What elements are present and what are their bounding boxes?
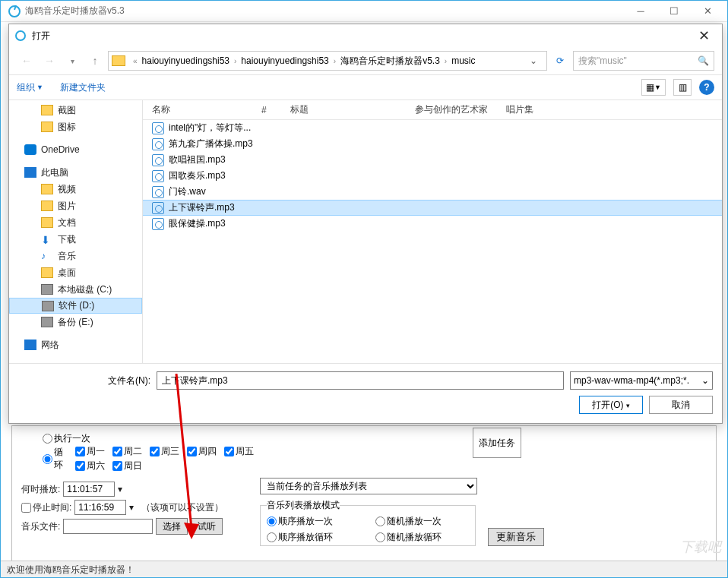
window-controls: ─ ☐ ✕	[624, 2, 724, 21]
tree-item[interactable]: 软件 (D:)	[9, 298, 142, 314]
file-row[interactable]: 门铃.wav	[143, 184, 722, 200]
tree-item[interactable]: 桌面	[9, 264, 142, 281]
weekday-check[interactable]: 周四	[187, 445, 217, 458]
tree-item[interactable]: OneDrive	[9, 141, 142, 158]
filename-input[interactable]	[157, 371, 564, 390]
audio-file-icon	[152, 122, 164, 134]
weekday-check[interactable]: 周五	[224, 445, 254, 458]
select-button[interactable]: 选择	[156, 518, 188, 535]
exec-once-radio[interactable]: 执行一次	[43, 432, 90, 445]
tree-item[interactable]: 截图	[9, 102, 142, 118]
app-icon	[8, 5, 21, 17]
file-row[interactable]: intel的"灯，等灯等...	[143, 120, 722, 136]
play-time-input[interactable]	[63, 482, 115, 497]
col-artist[interactable]: 参与创作的艺术家	[415, 103, 506, 116]
weekday-check[interactable]: 周六	[75, 460, 105, 472]
update-music-button[interactable]: 更新音乐	[488, 528, 544, 546]
folder-icon	[112, 55, 125, 66]
organize-menu[interactable]: 组织 ▼	[17, 81, 43, 94]
watermark: 下载吧	[680, 538, 721, 556]
audio-file-icon	[152, 218, 164, 230]
tree-item[interactable]: 此电脑	[9, 164, 142, 181]
playmode-legend: 音乐列表播放模式	[267, 499, 340, 512]
dialog-sidebar: 截图图标OneDrive此电脑视频图片文档⬇下载♪音乐桌面本地磁盘 (C:)软件…	[9, 100, 143, 363]
refresh-button[interactable]: ⟳	[550, 51, 570, 71]
task-settings-panel: 执行一次 循环 周一周二周三周四周五周六周日 何时播放: ▾ 停止时间: ▾ （…	[11, 425, 717, 561]
minimize-button[interactable]: ─	[624, 2, 657, 21]
col-album[interactable]: 唱片集	[506, 103, 713, 116]
rand-loop-radio[interactable]: 随机播放循环	[375, 531, 469, 544]
weekday-check[interactable]: 周三	[150, 445, 179, 458]
file-row[interactable]: 上下课铃声.mp3	[143, 200, 722, 216]
tree-item[interactable]: 视频	[9, 181, 142, 197]
nav-back-button[interactable]: ←	[17, 51, 36, 71]
preview-pane-button[interactable]: ▥	[673, 79, 692, 96]
audio-file-icon	[152, 154, 164, 166]
view-mode-button[interactable]: ▦▼	[641, 79, 666, 96]
nav-forward-button[interactable]: →	[40, 51, 59, 71]
seq-loop-radio[interactable]: 顺序播放循环	[267, 531, 360, 544]
stop-time-label: 停止时间:	[33, 501, 71, 514]
help-button[interactable]: ?	[699, 80, 714, 95]
audio-file-icon	[152, 170, 164, 182]
maximize-button[interactable]: ☐	[657, 2, 691, 21]
weekday-check[interactable]: 周二	[112, 445, 142, 458]
col-name[interactable]: 名称	[152, 103, 261, 116]
file-open-dialog: 打开 ✕ ← → ▾ ↑ « haiouyinyuedingshi53› hai…	[8, 24, 723, 424]
open-button[interactable]: 打开(O) ▾	[579, 396, 643, 414]
tree-item[interactable]: ⬇下载	[9, 231, 142, 248]
dialog-title: 打开	[32, 30, 50, 43]
breadcrumb[interactable]: « haiouyinyuedingshi53› haiouyinyuedings…	[108, 51, 547, 71]
col-num[interactable]: #	[261, 105, 290, 115]
file-row[interactable]: 眼保健操.mp3	[143, 216, 722, 232]
nav-recent-button[interactable]: ▾	[62, 51, 82, 71]
col-title[interactable]: 标题	[290, 103, 415, 116]
dialog-close-button[interactable]: ✕	[692, 27, 716, 44]
file-row[interactable]: 歌唱祖国.mp3	[143, 152, 722, 168]
file-row[interactable]: 国歌奏乐.mp3	[143, 168, 722, 184]
app-title: 海鸥音乐定时播放器v5.3	[25, 5, 125, 17]
search-icon: 🔍	[698, 55, 709, 66]
seq-once-radio[interactable]: 顺序播放一次	[267, 515, 360, 528]
tree-item[interactable]: ♪音乐	[9, 248, 142, 264]
weekday-check[interactable]: 周一	[75, 445, 105, 458]
filetype-select[interactable]: mp3-wav-wma-mp4(*.mp3;*.⌄	[570, 371, 713, 390]
file-list: 名称 # 标题 参与创作的艺术家 唱片集 intel的"灯，等灯等...第九套广…	[143, 100, 722, 363]
tree-item[interactable]: 网络	[9, 336, 142, 353]
status-bar: 欢迎使用海鸥音乐定时播放器！	[1, 561, 727, 577]
dialog-footer: 文件名(N): mp3-wav-wma-mp4(*.mp3;*.⌄ 打开(O) …	[9, 363, 722, 423]
preview-button[interactable]: 试听	[191, 518, 223, 535]
audio-file-icon	[152, 202, 164, 214]
stop-time-input[interactable]	[74, 500, 126, 515]
tree-item[interactable]: 备份 (E:)	[9, 314, 142, 330]
tree-item[interactable]: 文档	[9, 214, 142, 231]
new-folder-button[interactable]: 新建文件夹	[60, 81, 106, 94]
loop-radio[interactable]: 循环	[43, 445, 72, 472]
weekday-checks: 周一周二周三周四周五周六周日	[75, 445, 264, 472]
audio-file-icon	[152, 186, 164, 198]
file-list-header: 名称 # 标题 参与创作的艺术家 唱片集	[143, 100, 722, 120]
file-row[interactable]: 第九套广播体操.mp3	[143, 136, 722, 152]
filename-label: 文件名(N):	[108, 374, 150, 387]
tree-item[interactable]: 本地磁盘 (C:)	[9, 281, 142, 298]
stop-time-check[interactable]	[21, 503, 31, 513]
weekday-check[interactable]: 周日	[112, 460, 142, 472]
audio-file-icon	[152, 138, 164, 150]
search-input[interactable]: 搜索"music" 🔍	[573, 51, 714, 71]
breadcrumb-dropdown-icon[interactable]: ⌄	[530, 55, 543, 66]
cancel-button[interactable]: 取消	[649, 396, 713, 414]
tree-item[interactable]: 图标	[9, 118, 142, 135]
playlist-select[interactable]: 当前任务的音乐播放列表	[260, 478, 477, 494]
music-file-input[interactable]	[63, 519, 153, 534]
rand-once-radio[interactable]: 随机播放一次	[375, 515, 469, 528]
dialog-navbar: ← → ▾ ↑ « haiouyinyuedingshi53› haiouyin…	[9, 47, 722, 74]
music-file-label: 音乐文件:	[21, 520, 60, 533]
main-titlebar: 海鸥音乐定时播放器v5.3 ─ ☐ ✕	[1, 1, 727, 22]
dialog-icon	[15, 30, 26, 41]
stop-time-note: （该项可以不设置）	[141, 501, 223, 514]
tree-item[interactable]: 图片	[9, 197, 142, 214]
close-button[interactable]: ✕	[691, 2, 724, 21]
dialog-toolbar: 组织 ▼ 新建文件夹 ▦▼ ▥ ?	[9, 74, 722, 100]
add-task-button[interactable]: 添加任务	[473, 428, 521, 458]
nav-up-button[interactable]: ↑	[85, 51, 105, 71]
